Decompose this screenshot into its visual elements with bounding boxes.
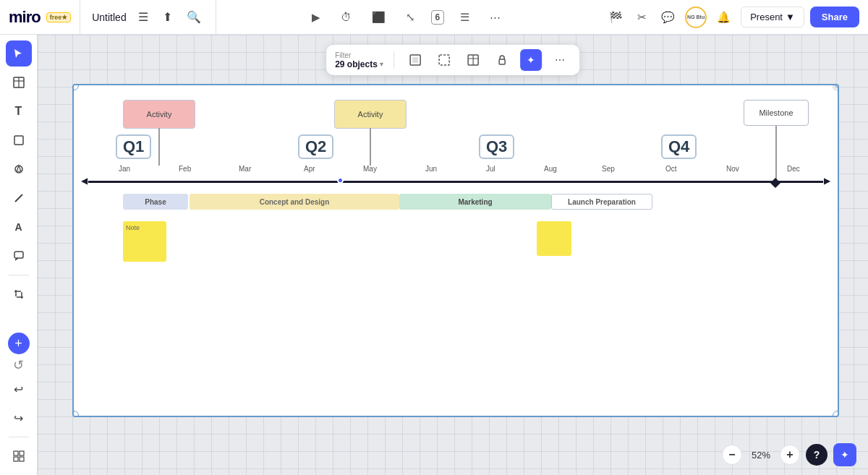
more-icon[interactable]: ⋯ <box>485 8 505 27</box>
milestone-label: Milestone <box>759 108 793 117</box>
svg-rect-14 <box>14 457 18 461</box>
upload-icon[interactable]: ⬆ <box>160 7 175 27</box>
svg-rect-13 <box>20 451 24 455</box>
fullscreen-icon[interactable]: ⤡ <box>401 8 420 27</box>
filter-label: Filter <box>335 51 351 59</box>
right-tools: 🏁 ✂ 💬 NG Btu 🔔 Present ▼ Share <box>596 7 868 28</box>
phase-bar-launch[interactable]: Launch Preparation <box>551 194 652 210</box>
sidebar-grid-tool[interactable] <box>6 443 32 469</box>
svg-rect-22 <box>499 59 505 64</box>
svg-line-6 <box>15 194 22 202</box>
sel-frame-select-btn[interactable] <box>404 49 426 71</box>
pen-tool-label: A <box>14 221 22 233</box>
arrow-left-icon: ◀ <box>81 176 88 186</box>
zoom-out-button[interactable]: − <box>722 445 742 465</box>
svg-rect-18 <box>439 55 449 65</box>
activity-stem-1 <box>158 128 160 166</box>
text-tool-label: T <box>15 105 22 118</box>
diagram-frame[interactable]: ⊕ Activity Activity Milestone Q1 Q2 Q3 Q… <box>72 84 839 417</box>
sidebar-shapes-tool[interactable] <box>6 156 32 182</box>
arrow-right-icon: ▶ <box>824 176 830 186</box>
filter-area[interactable]: Filter 29 objects ▾ <box>335 51 383 69</box>
badge-icon[interactable]: 6 <box>431 10 445 25</box>
timeline-line: ◀ ▶ <box>88 181 823 183</box>
sel-table-btn[interactable] <box>462 49 484 71</box>
sidebar-sticky-tool[interactable] <box>6 127 32 153</box>
milestone-diamond <box>770 178 780 188</box>
activity-box-1[interactable]: Activity <box>123 100 195 129</box>
sidebar-undo[interactable]: ↩ <box>6 376 32 402</box>
sidebar-add-button[interactable]: + <box>8 333 30 354</box>
sidebar-redo[interactable]: ↪ <box>6 405 32 431</box>
zoom-in-button[interactable]: + <box>780 445 800 465</box>
sel-magic-btn[interactable]: ✦ <box>520 49 542 71</box>
month-apr: Apr <box>304 165 315 173</box>
center-tools: ▶ ⏱ ⬛ ⤡ 6 ☰ ⋯ <box>216 8 597 27</box>
avatar-text: NG Btu <box>687 14 705 20</box>
phase-bar-marketing[interactable]: Marketing <box>399 194 551 210</box>
sidebar-text-tool[interactable]: T <box>6 98 32 124</box>
avatar[interactable]: NG Btu <box>685 7 707 28</box>
zoom-level-display: 52% <box>748 450 774 461</box>
sel-lock-btn[interactable] <box>491 49 513 71</box>
sidebar-pen-tool[interactable]: A <box>6 214 32 240</box>
month-aug: Aug <box>544 165 557 173</box>
timeline-dot <box>337 177 344 184</box>
timeline-content: Activity Activity Milestone Q1 Q2 Q3 Q4 … <box>74 85 838 416</box>
menu-icon[interactable]: ☰ <box>135 7 151 27</box>
filter-count: 29 objects <box>335 59 378 69</box>
sidebar-table-tool[interactable] <box>6 69 32 95</box>
present-label: Present <box>750 12 783 22</box>
sidebar-bottom: + ↺ ↩ ↪ <box>6 333 32 469</box>
bell-icon[interactable]: 🔔 <box>712 8 735 27</box>
month-jul: Jul <box>486 165 495 173</box>
sticky-note-2[interactable] <box>537 221 571 256</box>
phase-label-launch: Launch Preparation <box>568 198 636 206</box>
search-icon[interactable]: 🔍 <box>184 7 204 27</box>
present-caret-icon: ▼ <box>786 12 795 22</box>
filter-caret-icon: ▾ <box>380 60 383 68</box>
quarter-q2: Q2 <box>298 134 333 159</box>
nav-forward-icon[interactable]: ▶ <box>307 8 325 27</box>
month-dec: Dec <box>787 165 800 173</box>
canvas[interactable]: Filter 29 objects ▾ ✦ ⋯ ⊕ <box>38 35 868 475</box>
list-icon[interactable]: ☰ <box>456 8 474 27</box>
share-button[interactable]: Share <box>810 7 859 27</box>
month-may: May <box>363 165 377 173</box>
month-jan: Jan <box>119 165 130 173</box>
help-button[interactable]: ? <box>806 444 827 466</box>
milestone-box[interactable]: Milestone <box>744 100 809 126</box>
month-sep: Sep <box>602 165 615 173</box>
comment-icon[interactable]: 💬 <box>657 8 679 27</box>
sidebar-sep-2 <box>9 437 29 437</box>
sticky-note-1[interactable]: Note <box>123 221 166 262</box>
rotate-icon[interactable]: ↺ <box>13 357 24 373</box>
present-button[interactable]: Present ▼ <box>741 7 804 27</box>
activity-stem-2 <box>370 128 371 166</box>
flag-icon[interactable]: 🏁 <box>605 8 627 27</box>
sidebar-comment-tool[interactable] <box>6 243 32 269</box>
svg-rect-15 <box>20 457 24 461</box>
month-jun: Jun <box>425 165 437 173</box>
timer-icon[interactable]: ⏱ <box>336 8 356 26</box>
sidebar-select-tool[interactable] <box>6 40 32 67</box>
phase-bar-concept[interactable]: Concept and Design <box>190 194 399 210</box>
magic-button[interactable]: ✦ <box>833 443 856 466</box>
phase-label-phase: Phase <box>145 198 166 206</box>
logo-area: miro free★ <box>0 0 80 34</box>
svg-rect-7 <box>14 252 23 258</box>
scissors-icon[interactable]: ✂ <box>633 8 651 27</box>
quarter-q3: Q3 <box>479 134 514 159</box>
free-badge: free★ <box>46 12 72 22</box>
top-bar: miro free★ Untitled ☰ ⬆ 🔍 ▶ ⏱ ⬛ ⤡ 6 ☰ ⋯ … <box>0 0 868 35</box>
sidebar-crop-tool[interactable] <box>6 281 32 307</box>
sel-crop-btn[interactable] <box>433 49 455 71</box>
frame-icon[interactable]: ⬛ <box>367 8 390 27</box>
sel-more-btn[interactable]: ⋯ <box>549 49 571 71</box>
quarter-q4: Q4 <box>661 134 697 159</box>
phase-bar-phase[interactable]: Phase <box>123 194 188 210</box>
activity-label-2: Activity <box>358 110 383 119</box>
selection-toolbar: Filter 29 objects ▾ ✦ ⋯ <box>326 45 579 75</box>
activity-box-2[interactable]: Activity <box>334 100 407 129</box>
sidebar-line-tool[interactable] <box>6 185 32 211</box>
